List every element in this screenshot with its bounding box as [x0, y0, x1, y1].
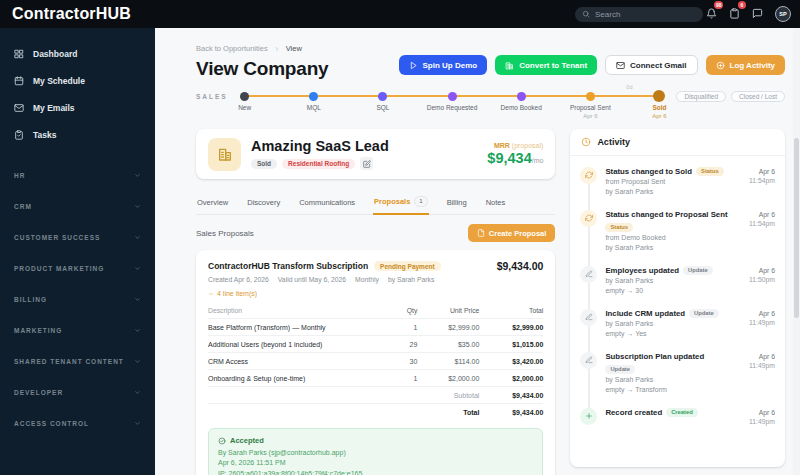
messages-button[interactable] — [752, 5, 763, 23]
activity-item-date: Apr 6 — [742, 309, 775, 319]
accepted-title: Accepted — [230, 436, 264, 445]
pipeline-stage-sold[interactable]: SoldApr 6 — [654, 91, 664, 102]
proposal-title: ContractorHUB Transform Subscription — [208, 261, 368, 271]
table-cell: 1 — [383, 375, 417, 382]
accepted-date: Apr 6, 2026 11:51 PM — [218, 459, 533, 466]
tab-billing[interactable]: Billing — [446, 190, 468, 214]
tab-communications[interactable]: Communications — [298, 190, 356, 214]
search-box[interactable] — [575, 7, 703, 22]
breadcrumb-back[interactable]: Back to Opportunities — [196, 44, 268, 53]
edit-company-button[interactable] — [360, 157, 373, 170]
company-avatar — [208, 138, 241, 171]
building-icon — [217, 146, 233, 162]
table-cell: $35.00 — [417, 341, 479, 348]
tasks-button[interactable]: 6 — [729, 5, 740, 23]
tab-overview[interactable]: Overview — [196, 190, 229, 214]
activity-item-body: Include CRM updatedUpdateby Sarah Parkse… — [605, 309, 734, 337]
mrr-qualifier: (proposal) — [512, 142, 544, 149]
scrollbar-thumb[interactable] — [794, 138, 799, 318]
pipeline-stage-sql[interactable]: SQL — [378, 91, 388, 102]
activity-item-time: 11:54pm — [742, 176, 775, 186]
accepted-by: By Sarah Parks (sjp@contractorhub.app) — [218, 449, 533, 456]
tab-label: Overview — [197, 198, 228, 207]
stage-name: New — [238, 104, 251, 111]
activity-item-body: Employees updatedUpdateby Sarah Parksemp… — [605, 266, 734, 294]
proposal-meta-item: Monthly — [355, 276, 379, 283]
notifications-button[interactable]: 98 — [706, 5, 717, 23]
pipeline-stage-new[interactable]: New — [240, 91, 250, 102]
company-card: Amazing SaaS Lead Sold Residential Roofi… — [196, 129, 555, 179]
sidebar-section-developer[interactable]: DEVELOPER — [0, 377, 155, 408]
sidebar-item-tasks[interactable]: Tasks — [0, 121, 155, 148]
create-proposal-button[interactable]: Create Proposal — [468, 224, 556, 242]
clipboard-icon — [729, 8, 740, 19]
table-cell: $114.00 — [417, 358, 479, 365]
table-cell: CRM Access — [208, 358, 383, 365]
breadcrumb-current: View — [286, 44, 302, 53]
activity-item-title-row: Include CRM updatedUpdate — [605, 309, 734, 318]
activity-item-badge: Status — [605, 223, 633, 232]
edit-icon — [363, 160, 371, 168]
sidebar-section-billing[interactable]: BILLING — [0, 284, 155, 315]
convert-to-tenant-button[interactable]: Convert to Tenant — [495, 55, 597, 75]
building-icon — [505, 61, 514, 70]
sidebar-section-crm[interactable]: CRM — [0, 191, 155, 222]
sidebar-section-customer-success[interactable]: CUSTOMER SUCCESS — [0, 222, 155, 253]
table-header-cell: Qty — [383, 307, 417, 314]
pipeline-stage-demo-booked[interactable]: Demo Booked — [516, 91, 526, 102]
category-badge: Residential Roofing — [282, 159, 355, 169]
sidebar-section-shared-tenant-content[interactable]: SHARED TENANT CONTENT — [0, 346, 155, 377]
total-value: $9,434.00 — [479, 409, 543, 416]
sidebar-section-product-marketing[interactable]: PRODUCT MARKETING — [0, 253, 155, 284]
status-badge: Sold — [251, 159, 277, 169]
line-items-toggle[interactable]: 4 line item(s) — [208, 290, 543, 297]
table-cell: $1,015.00 — [479, 341, 543, 348]
activity-item-date: Apr 6 — [742, 408, 775, 418]
sidebar-section-label: CRM — [14, 203, 32, 210]
stage-name: Sold — [652, 104, 666, 111]
sidebar-item-dashboard[interactable]: Dashboard — [0, 40, 155, 67]
pipeline-stage-mql[interactable]: MQL — [309, 91, 319, 102]
proposal-meta-item: by Sarah Parks — [388, 276, 434, 283]
activity-item-subscription-plan-updated: Subscription Plan updatedUpdateby Sarah … — [580, 344, 775, 400]
pipeline-stage-proposal-sent[interactable]: Proposal SentApr 6 — [585, 91, 595, 102]
activity-item-record-created: Record createdCreatedApr 611:49pm — [580, 400, 775, 435]
pipeline-stage-demo-requested[interactable]: Demo Requested — [447, 91, 457, 102]
activity-item-time: 11:49pm — [742, 318, 775, 328]
terminal-stage-disqualified[interactable]: Disqualified — [676, 91, 726, 102]
user-avatar[interactable]: SP — [775, 6, 791, 22]
activity-item-timestamp: Apr 611:49pm — [742, 309, 775, 337]
tab-notes[interactable]: Notes — [485, 190, 507, 214]
search-input[interactable] — [595, 10, 696, 19]
chevron-down-icon — [134, 296, 141, 303]
table-cell: $2,999.00 — [417, 324, 479, 331]
chevron-down-icon — [134, 234, 141, 241]
terminal-stage-closed-lost[interactable]: Closed / Lost — [731, 91, 785, 102]
mrr-value: $9,434 — [487, 150, 531, 166]
chevron-down-icon — [134, 203, 141, 210]
activity-item-body: Status changed to SoldStatusfrom Proposa… — [605, 167, 734, 195]
tab-proposals[interactable]: Proposals1 — [373, 190, 429, 215]
stage-name: MQL — [307, 104, 321, 111]
refresh-icon — [580, 210, 597, 227]
plus-icon — [580, 408, 597, 425]
tab-discovery[interactable]: Discovery — [246, 190, 281, 214]
sidebar-section-hr[interactable]: HR — [0, 160, 155, 191]
sidebar-section-label: DEVELOPER — [14, 389, 63, 396]
activity-item-timestamp: Apr 611:54pm — [742, 210, 775, 251]
activity-item-timestamp: Apr 611:50pm — [742, 266, 775, 294]
create-proposal-label: Create Proposal — [489, 229, 547, 238]
activity-item-title: Status changed to Proposal Sent — [605, 210, 727, 219]
app-logo[interactable]: ContractorHUB — [12, 5, 131, 23]
sidebar-item-my-schedule[interactable]: My Schedule — [0, 67, 155, 94]
log-activity-button[interactable]: Log Activity — [706, 55, 785, 75]
sidebar-section-access-control[interactable]: ACCESS CONTROL — [0, 408, 155, 439]
mrr-label: MRR — [494, 142, 510, 149]
main-content: Back to Opportunities View View Company … — [155, 28, 800, 475]
connect-gmail-button[interactable]: Connect Gmail — [605, 55, 697, 75]
spin-up-demo-button[interactable]: Spin Up Demo — [399, 55, 488, 75]
proposals-heading: Sales Proposals — [196, 229, 254, 238]
activity-item-detail: from Demo Booked — [605, 234, 734, 241]
sidebar-section-marketing[interactable]: MARKETING — [0, 315, 155, 346]
sidebar-item-my-emails[interactable]: My Emails — [0, 94, 155, 121]
